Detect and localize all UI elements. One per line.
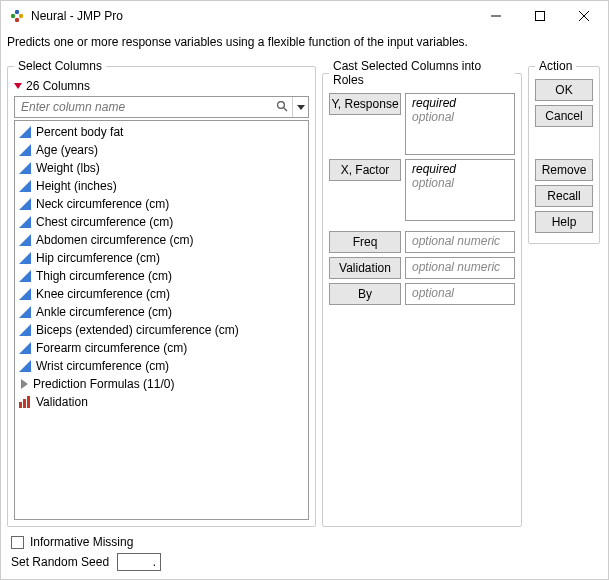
continuous-icon [19, 126, 31, 138]
list-item[interactable]: Percent body fat [15, 123, 308, 141]
list-item[interactable]: Wrist circumference (cm) [15, 357, 308, 375]
window-title: Neural - JMP Pro [31, 9, 474, 23]
group-arrow-icon [21, 379, 28, 389]
validation-button[interactable]: Validation [329, 257, 401, 279]
list-item[interactable]: Thigh circumference (cm) [15, 267, 308, 285]
continuous-icon [19, 360, 31, 372]
continuous-icon [19, 306, 31, 318]
action-legend: Action [535, 59, 576, 73]
disclosure-triangle-icon[interactable] [14, 83, 22, 89]
validation-box[interactable]: optional numeric [405, 257, 515, 279]
column-name: Thigh circumference (cm) [36, 269, 172, 283]
required-text: required [412, 96, 508, 110]
freq-button[interactable]: Freq [329, 231, 401, 253]
continuous-icon [19, 288, 31, 300]
list-item[interactable]: Age (years) [15, 141, 308, 159]
seed-input[interactable] [117, 553, 161, 571]
cast-roles-group: Cast Selected Columns into Roles Y, Resp… [322, 59, 522, 527]
list-item[interactable]: Ankle circumference (cm) [15, 303, 308, 321]
action-group: Action OK Cancel Remove Recall Help [528, 59, 600, 244]
maximize-button[interactable] [518, 2, 562, 30]
columns-header[interactable]: 26 Columns [14, 79, 309, 93]
svg-rect-10 [19, 402, 22, 408]
dialog-description: Predicts one or more response variables … [1, 31, 608, 55]
column-name: Abdomen circumference (cm) [36, 233, 193, 247]
svg-point-0 [11, 14, 15, 18]
column-name: Ankle circumference (cm) [36, 305, 172, 319]
columns-count-label: 26 Columns [26, 79, 90, 93]
column-name: Percent body fat [36, 125, 123, 139]
column-name: Knee circumference (cm) [36, 287, 170, 301]
app-icon [9, 8, 25, 24]
seed-label: Set Random Seed [11, 555, 109, 569]
select-columns-legend: Select Columns [14, 59, 106, 73]
continuous-icon [19, 180, 31, 192]
list-item[interactable]: Knee circumference (cm) [15, 285, 308, 303]
column-name: Biceps (extended) circumference (cm) [36, 323, 239, 337]
continuous-icon [19, 144, 31, 156]
list-item[interactable]: Validation [15, 393, 308, 411]
select-columns-group: Select Columns 26 Columns Percent body f… [7, 59, 316, 527]
svg-line-9 [284, 108, 287, 111]
svg-point-3 [15, 18, 19, 22]
remove-button[interactable]: Remove [535, 159, 593, 181]
svg-rect-12 [27, 396, 30, 408]
continuous-icon [19, 216, 31, 228]
search-icon[interactable] [272, 100, 292, 115]
column-name: Forearm circumference (cm) [36, 341, 187, 355]
column-name: Neck circumference (cm) [36, 197, 169, 211]
by-box[interactable]: optional [405, 283, 515, 305]
y-response-box[interactable]: required optional [405, 93, 515, 155]
close-button[interactable] [562, 2, 606, 30]
list-item[interactable]: Biceps (extended) circumference (cm) [15, 321, 308, 339]
svg-rect-11 [23, 399, 26, 408]
dialog-window: Neural - JMP Pro Predicts one or more re… [0, 0, 609, 580]
x-factor-box[interactable]: required optional [405, 159, 515, 221]
columns-list[interactable]: Percent body fatAge (years)Weight (lbs)H… [14, 120, 309, 520]
y-response-button[interactable]: Y, Response [329, 93, 401, 115]
dialog-bottom: Informative Missing Set Random Seed [1, 535, 608, 579]
column-name: Height (inches) [36, 179, 117, 193]
continuous-icon [19, 162, 31, 174]
list-item[interactable]: Height (inches) [15, 177, 308, 195]
informative-missing-label: Informative Missing [30, 535, 133, 549]
x-factor-button[interactable]: X, Factor [329, 159, 401, 181]
chevron-down-icon [297, 105, 305, 110]
column-name: Hip circumference (cm) [36, 251, 160, 265]
informative-missing-checkbox[interactable] [11, 536, 24, 549]
search-dropdown[interactable] [292, 97, 308, 117]
continuous-icon [19, 324, 31, 336]
continuous-icon [19, 270, 31, 282]
list-item[interactable]: Forearm circumference (cm) [15, 339, 308, 357]
list-item[interactable]: Abdomen circumference (cm) [15, 231, 308, 249]
optional-text: optional [412, 110, 508, 124]
validation-icon [19, 396, 31, 408]
list-item[interactable]: Weight (lbs) [15, 159, 308, 177]
title-bar[interactable]: Neural - JMP Pro [1, 1, 608, 31]
continuous-icon [19, 198, 31, 210]
ok-button[interactable]: OK [535, 79, 593, 101]
continuous-icon [19, 342, 31, 354]
by-button[interactable]: By [329, 283, 401, 305]
svg-point-1 [15, 10, 19, 14]
list-item[interactable]: Chest circumference (cm) [15, 213, 308, 231]
freq-box[interactable]: optional numeric [405, 231, 515, 253]
dialog-content: Select Columns 26 Columns Percent body f… [1, 55, 608, 535]
optional-text: optional [412, 176, 508, 190]
svg-point-2 [19, 14, 23, 18]
cast-roles-legend: Cast Selected Columns into Roles [329, 59, 515, 87]
continuous-icon [19, 252, 31, 264]
cancel-button[interactable]: Cancel [535, 105, 593, 127]
minimize-button[interactable] [474, 2, 518, 30]
help-button[interactable]: Help [535, 211, 593, 233]
list-item[interactable]: Prediction Formulas (11/0) [15, 375, 308, 393]
list-item[interactable]: Hip circumference (cm) [15, 249, 308, 267]
column-name: Prediction Formulas (11/0) [33, 377, 174, 391]
column-name: Weight (lbs) [36, 161, 100, 175]
list-item[interactable]: Neck circumference (cm) [15, 195, 308, 213]
column-name: Chest circumference (cm) [36, 215, 173, 229]
column-search[interactable] [14, 96, 309, 118]
search-input[interactable] [15, 100, 272, 114]
recall-button[interactable]: Recall [535, 185, 593, 207]
column-name: Wrist circumference (cm) [36, 359, 169, 373]
